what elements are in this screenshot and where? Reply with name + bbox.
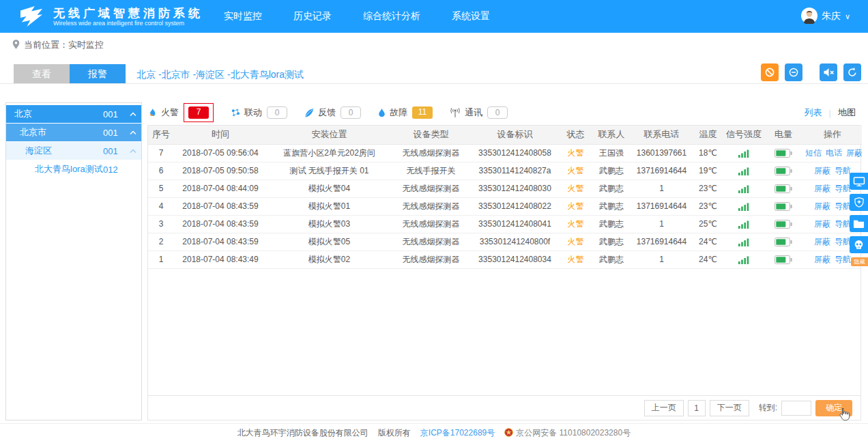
footer-divider xyxy=(0,423,868,424)
avatar xyxy=(801,8,818,26)
cell-seq: 5 xyxy=(148,180,174,197)
confirm-button[interactable]: 确定 xyxy=(815,400,852,416)
cell-contact: 王国强 xyxy=(592,144,631,162)
top-actions xyxy=(761,63,861,83)
filter-linkage[interactable]: 联动0 xyxy=(230,106,287,119)
prev-page-button[interactable]: 上一页 xyxy=(644,400,684,416)
cell-temperature: 25℃ xyxy=(692,215,724,233)
monitor-button[interactable] xyxy=(850,173,868,190)
navigate-link[interactable]: 导航 xyxy=(835,166,851,175)
cell-seq: 2 xyxy=(148,233,174,251)
signal-strength-icon xyxy=(724,180,764,197)
page-number-button[interactable]: 1 xyxy=(688,400,706,416)
goto-page-input[interactable] xyxy=(781,401,811,416)
table-row: 52018-07-04 08:44:09模拟火警04无线感烟探测器3353012… xyxy=(148,180,862,197)
shield-gear-button[interactable] xyxy=(850,194,868,211)
battery-icon xyxy=(764,144,803,162)
tree-node-count: 001 xyxy=(103,128,125,138)
navigate-link[interactable]: 导航 xyxy=(835,237,851,246)
cell-temperature: 23℃ xyxy=(692,197,724,215)
cell-device-type: 无线感烟探测器 xyxy=(392,215,470,233)
breadcrumb-label: 当前位置：实时监控 xyxy=(24,39,104,51)
filter-feedback[interactable]: 反馈0 xyxy=(304,106,361,119)
cell-status: 火警 xyxy=(560,215,592,233)
column-header: 联系人 xyxy=(592,126,631,144)
nav-item-history[interactable]: 历史记录 xyxy=(293,10,332,23)
navigate-link[interactable]: 导航 xyxy=(835,219,851,229)
cell-seq: 7 xyxy=(148,144,174,162)
nav-item-statistics[interactable]: 综合统计分析 xyxy=(363,10,420,23)
refresh-icon xyxy=(847,67,858,78)
filter-label: 反馈 xyxy=(318,106,336,119)
view-list-link[interactable]: 列表 xyxy=(805,106,822,119)
filter-count-badge: 0 xyxy=(341,106,361,119)
hide-toolbar-button[interactable]: 隐藏 xyxy=(851,257,868,266)
cell-device-type: 无线感烟探测器 xyxy=(392,144,470,162)
column-header: 时间 xyxy=(174,126,267,144)
sms-link[interactable]: 短信 xyxy=(805,148,822,158)
shield-link[interactable]: 屏蔽 xyxy=(846,148,862,158)
column-header: 安装位置 xyxy=(267,126,392,144)
table-header-row: 序号时间安装位置设备类型设备标识状态联系人联系电话温度信号强度电量操作 xyxy=(148,126,862,144)
signal-strength-icon xyxy=(724,162,764,180)
shield-link[interactable]: 屏蔽 xyxy=(814,201,830,211)
tree-node-label: 北京 xyxy=(14,108,103,120)
app-footer: 北大青鸟环宇消防设备股份有限公司 版权所有 京ICP备17022689号 京公网… xyxy=(0,427,868,439)
navigate-link[interactable]: 导航 xyxy=(835,184,851,193)
skull-button[interactable] xyxy=(850,236,868,253)
nav-item-realtime-monitor[interactable]: 实时监控 xyxy=(224,10,262,23)
signal-strength-icon xyxy=(724,215,764,233)
table-row: 12018-07-04 08:43:49模拟火警02无线感烟探测器3353012… xyxy=(148,251,862,268)
cell-time: 2018-07-04 08:44:09 xyxy=(174,180,267,197)
cell-seq: 1 xyxy=(148,251,174,268)
cell-temperature: 24℃ xyxy=(692,251,724,268)
tree-node-haidian[interactable]: 海淀区001 xyxy=(6,142,141,160)
police-record-link[interactable]: 京公网安备 11010802023280号 xyxy=(504,427,631,439)
nav-item-settings[interactable]: 系统设置 xyxy=(452,10,490,23)
refresh-button[interactable] xyxy=(843,63,861,81)
cell-location: 模拟火警05 xyxy=(267,233,392,251)
cell-location: 模拟火警01 xyxy=(267,197,392,215)
block-button[interactable] xyxy=(761,63,779,81)
police-emblem-icon xyxy=(504,428,513,439)
shield-link[interactable]: 屏蔽 xyxy=(814,255,830,264)
badge-wrap: 0 xyxy=(267,106,287,119)
icp-link[interactable]: 京ICP备17022689号 xyxy=(420,427,495,439)
shield-link[interactable]: 屏蔽 xyxy=(814,184,830,193)
skull-icon xyxy=(853,240,865,251)
tree-node-lora-test[interactable]: 北大青鸟lora测试012 xyxy=(6,160,141,178)
chevron-up-icon[interactable] xyxy=(125,149,141,154)
chevron-up-icon[interactable] xyxy=(125,112,141,117)
folder-button[interactable] xyxy=(850,215,868,232)
cell-device-type: 无线感烟探测器 xyxy=(392,233,470,251)
user-menu[interactable]: 朱庆 ∨ xyxy=(801,8,850,26)
tabs: 查看报警 xyxy=(14,64,126,83)
table-row: 62018-07-05 09:50:58测试 无线手报开关 01无线手报开关33… xyxy=(148,162,862,180)
next-page-button[interactable]: 下一页 xyxy=(710,400,749,416)
filter-comm[interactable]: 通讯0 xyxy=(449,106,508,119)
filter-fire-alarm[interactable]: 火警7 xyxy=(147,106,214,119)
table-row: 32018-07-04 08:43:59模拟火警03无线感烟探测器3353012… xyxy=(148,215,862,233)
chevron-up-icon[interactable] xyxy=(125,130,141,135)
battery-icon xyxy=(764,197,803,215)
cell-contact: 武鹏志 xyxy=(592,215,631,233)
minus-circle-button[interactable] xyxy=(785,63,802,81)
navigate-link[interactable]: 导航 xyxy=(835,201,851,211)
tree-node-beijing[interactable]: 北京001 xyxy=(6,105,141,123)
tab-view[interactable]: 查看 xyxy=(14,64,70,83)
mute-button[interactable] xyxy=(820,63,837,81)
navigate-link[interactable]: 导航 xyxy=(835,255,851,264)
column-header: 设备类型 xyxy=(392,126,470,144)
call-link[interactable]: 电话 xyxy=(826,148,842,158)
tab-alarm[interactable]: 报警 xyxy=(70,64,126,83)
filter-fault[interactable]: 故障11 xyxy=(377,106,433,119)
tree-node-beijing-city[interactable]: 北京市001 xyxy=(6,124,141,141)
pagination: 上一页 1 下一页 转到: 确定 xyxy=(148,395,860,420)
shield-link[interactable]: 屏蔽 xyxy=(814,237,830,246)
cell-time: 2018-07-05 09:50:58 xyxy=(174,162,267,180)
droplet-icon xyxy=(377,107,386,118)
shield-link[interactable]: 屏蔽 xyxy=(814,219,830,229)
view-map-link[interactable]: 地图 xyxy=(838,106,856,119)
shield-link[interactable]: 屏蔽 xyxy=(814,166,830,175)
cell-contact: 武鹏志 xyxy=(592,251,631,268)
